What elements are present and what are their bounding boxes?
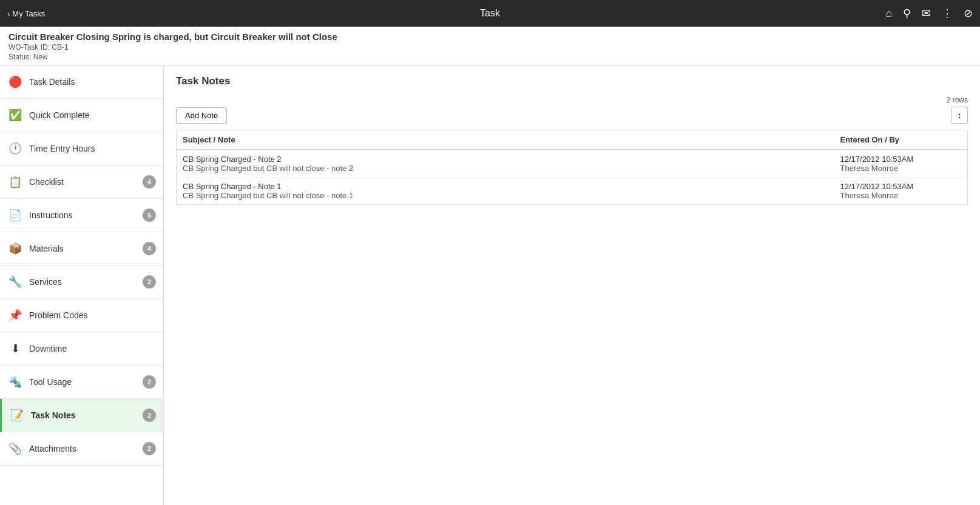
toolbar: Add Note ↕ xyxy=(176,107,968,124)
header-info: Circuit Breaker Closing Spring is charge… xyxy=(0,27,980,65)
problem-codes-icon: 📌 xyxy=(7,307,23,323)
main-layout: 🔴Task Details✅Quick Complete🕐Time Entry … xyxy=(0,65,980,505)
note-date-1: 12/17/2012 10:53AM xyxy=(840,182,962,191)
sidebar: 🔴Task Details✅Quick Complete🕐Time Entry … xyxy=(0,65,164,505)
task-notes-icon: 📝 xyxy=(9,407,25,423)
badge-instructions: 5 xyxy=(143,209,156,222)
wo-task-id: WO-Task ID: CB-1 xyxy=(8,43,972,52)
table-row[interactable]: CB Spring Charged - Note 1CB Spring Char… xyxy=(177,178,968,205)
badge-attachments: 2 xyxy=(143,442,156,455)
sort-button[interactable]: ↕ xyxy=(951,107,968,124)
note-subject-1: CB Spring Charged - Note 1 xyxy=(183,182,828,191)
sidebar-item-label-task-details: Task Details xyxy=(29,77,156,87)
row-count: 2 rows xyxy=(176,96,968,104)
time-entry-hours-icon: 🕐 xyxy=(7,141,23,156)
sidebar-item-downtime[interactable]: ⬇Downtime xyxy=(0,332,163,366)
add-note-button[interactable]: Add Note xyxy=(176,107,227,124)
sidebar-item-label-attachments: Attachments xyxy=(29,444,143,453)
badge-materials: 4 xyxy=(143,242,156,255)
note-author-0: Theresa Monroe xyxy=(840,164,962,173)
sidebar-item-label-services: Services xyxy=(29,277,143,287)
sidebar-item-label-tool-usage: Tool Usage xyxy=(29,377,143,387)
note-body-1: CB Spring Charged but CB will not close … xyxy=(183,191,828,200)
top-nav-icons: ⌂ ⚲ ✉ ⋮ ⊘ xyxy=(885,7,973,20)
home-icon[interactable]: ⌂ xyxy=(885,7,892,20)
quick-complete-icon: ✅ xyxy=(7,107,23,123)
checklist-icon: 📋 xyxy=(7,174,23,190)
sidebar-item-task-notes[interactable]: 📝Task Notes2 xyxy=(0,399,163,432)
instructions-icon: 📄 xyxy=(7,207,23,223)
downtime-icon: ⬇ xyxy=(7,341,23,356)
materials-icon: 📦 xyxy=(7,241,23,256)
note-author-1: Theresa Monroe xyxy=(840,191,962,200)
page-title: Task xyxy=(480,8,500,19)
note-body-0: CB Spring Charged but CB will not close … xyxy=(183,164,828,173)
col-subject-note: Subject / Note xyxy=(177,130,834,150)
tool-usage-icon: 🔩 xyxy=(7,374,23,390)
table-row[interactable]: CB Spring Charged - Note 2CB Spring Char… xyxy=(177,150,968,178)
sidebar-item-attachments[interactable]: 📎Attachments2 xyxy=(0,432,163,466)
wo-title: Circuit Breaker Closing Spring is charge… xyxy=(8,32,972,42)
badge-tool-usage: 2 xyxy=(143,375,156,389)
sidebar-item-checklist[interactable]: 📋Checklist4 xyxy=(0,166,163,199)
sidebar-item-label-task-notes: Task Notes xyxy=(31,410,143,420)
task-details-icon: 🔴 xyxy=(7,74,23,90)
sidebar-item-tool-usage[interactable]: 🔩Tool Usage2 xyxy=(0,366,163,399)
sidebar-item-label-materials: Materials xyxy=(29,244,143,253)
note-date-0: 12/17/2012 10:53AM xyxy=(840,155,962,164)
block-icon[interactable]: ⊘ xyxy=(964,7,973,20)
notes-table: Subject / Note Entered On / By CB Spring… xyxy=(176,130,968,205)
back-arrow-icon: ‹ xyxy=(7,9,10,18)
sidebar-item-time-entry-hours[interactable]: 🕐Time Entry Hours xyxy=(0,132,163,166)
services-icon: 🔧 xyxy=(7,274,23,290)
badge-checklist: 4 xyxy=(143,175,156,189)
notification-icon[interactable]: ✉ xyxy=(922,7,931,20)
badge-services: 2 xyxy=(143,275,156,289)
search-icon[interactable]: ⚲ xyxy=(903,7,911,20)
badge-task-notes: 2 xyxy=(143,409,156,422)
back-button[interactable]: ‹ My Tasks xyxy=(7,9,68,18)
sidebar-item-problem-codes[interactable]: 📌Problem Codes xyxy=(0,299,163,332)
sidebar-item-instructions[interactable]: 📄Instructions5 xyxy=(0,199,163,232)
sidebar-item-label-downtime: Downtime xyxy=(29,344,156,353)
col-entered-on-by: Entered On / By xyxy=(834,130,968,150)
sidebar-item-label-instructions: Instructions xyxy=(29,210,143,220)
sidebar-item-label-checklist: Checklist xyxy=(29,177,143,187)
more-options-icon[interactable]: ⋮ xyxy=(942,7,953,20)
sidebar-item-label-time-entry-hours: Time Entry Hours xyxy=(29,144,156,153)
sidebar-item-services[interactable]: 🔧Services2 xyxy=(0,266,163,299)
content-title: Task Notes xyxy=(176,75,968,87)
sidebar-item-label-problem-codes: Problem Codes xyxy=(29,310,156,320)
sidebar-item-materials[interactable]: 📦Materials4 xyxy=(0,232,163,266)
note-subject-0: CB Spring Charged - Note 2 xyxy=(183,155,828,164)
sidebar-item-label-quick-complete: Quick Complete xyxy=(29,110,156,120)
sidebar-item-task-details[interactable]: 🔴Task Details xyxy=(0,65,163,99)
content-area: Task Notes 2 rows Add Note ↕ Subject / N… xyxy=(164,65,980,505)
top-nav: ‹ My Tasks Task ⌂ ⚲ ✉ ⋮ ⊘ xyxy=(0,0,980,27)
attachments-icon: 📎 xyxy=(7,441,23,457)
sidebar-item-quick-complete[interactable]: ✅Quick Complete xyxy=(0,99,163,132)
back-label[interactable]: My Tasks xyxy=(12,9,45,18)
wo-status: Status: New xyxy=(8,53,972,61)
